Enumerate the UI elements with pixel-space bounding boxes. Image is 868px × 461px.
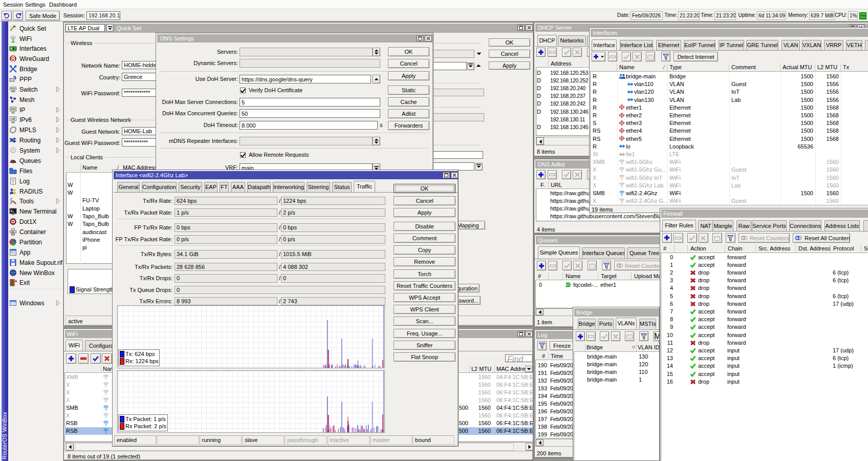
svg-text:v6: v6 <box>11 118 15 121</box>
svg-text:255: 255 <box>11 108 15 111</box>
